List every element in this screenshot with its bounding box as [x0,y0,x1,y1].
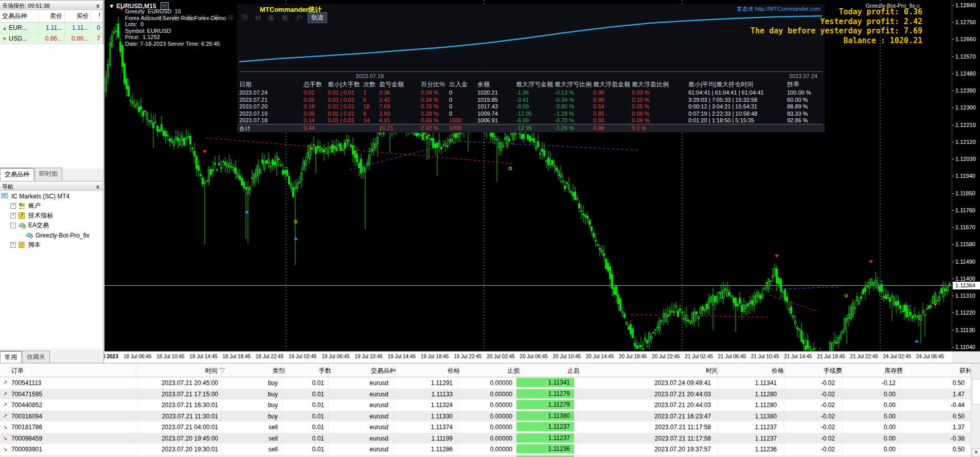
nav-item-技术指标[interactable]: +f技术指标 [0,211,103,221]
order-cell-12: 1.37 [862,424,965,431]
orders-col-header-11[interactable]: 库存费 [884,367,903,375]
navigator-titlebar[interactable]: 导航 x [0,181,103,192]
mw-tab-0[interactable]: 交易品种 [0,168,34,181]
price-tick-label: 1.11310 [955,293,975,299]
market-watch-title: 市场报价: 09:51:38 [2,2,50,10]
order-row[interactable]: ↘1.112377001817862023.07.21 04:00:01sell… [0,422,971,433]
orders-col-header-8[interactable]: 时间 [706,367,718,375]
time-tick-label: 18 Jul 10:45 [156,354,185,359]
mw-col-0[interactable]: 交易品种 [0,10,39,22]
orders-col-header-7[interactable]: 止盈 [567,367,580,375]
take-profit-cell [516,455,574,457]
order-row[interactable]: ↗1.113417005411132023.07.21 20:45:00buy0… [0,377,971,389]
orders-col-header-5[interactable]: 价格 [448,367,460,375]
price-tick-label: 1.11040 [955,344,975,350]
stats-cell: 0:07:19 | 2:22:33 | 10:58:48 [688,111,757,117]
order-cell-0: 700093901 [11,446,42,453]
order-row[interactable]: ↗1.112797004408522023.07.21 16:30:01buy0… [0,399,971,411]
stats-total-cell: 0.1 % [632,125,646,131]
bottom-tab-0[interactable]: 常用 [0,351,22,364]
order-row[interactable]: ↘1.112377000984592023.07.20 19:45:00sell… [0,433,971,444]
sell-arrow-icon: ↘ [3,446,7,452]
expand-icon[interactable]: + [10,242,16,248]
stats-cell: 0.36 [379,89,390,96]
price-tick-label: 1.11850 [955,190,975,196]
stats-cell: 0 [449,103,452,109]
stats-cell: 0.99 [593,97,604,103]
mw-symbol-row[interactable]: ▲ EUR...1.11...1.11...0 [0,23,103,33]
mw-col-1[interactable]: 卖价 [39,10,65,22]
time-tick-label: 21 Jul 02:45 [685,354,713,359]
time-tick-label: 21 Jul 10:45 [751,354,779,359]
orders-scrollbar[interactable]: ▼ [971,363,980,457]
stats-cell: 1009.74 [477,111,498,117]
nav-item-账户[interactable]: +账户 [0,201,103,211]
orders-header-row[interactable]: 订单时间 ▽类型手数交易品种价格止损止盈时间价格手续费库存费获利 [0,363,971,377]
stats-cell: -3.41 [516,97,529,103]
mw-col-3[interactable]: ! [91,10,103,22]
stats-col-header: 最小|平均|最大持仓时间 [688,80,753,89]
take-profit-cell: 1.11237 [516,433,574,443]
stats-cell: -0.34 % [555,97,574,103]
nav-item-EA交易[interactable]: -EA交易 [0,221,103,230]
buy-arrow-icon: ↗ [3,391,7,397]
order-cell-6: 0.00000 [409,401,512,409]
stats-col-header: 次数 [363,80,376,89]
stats-cell: 0.05 % [632,103,649,109]
nav-item-label: 技术指标 [28,211,53,220]
time-tick-label: 21 Jul 06:45 [718,354,746,359]
mw-tab-1[interactable]: 即时图 [34,168,62,180]
track-button[interactable]: 轨迹 [308,12,327,23]
nav-item-Greezly-Bot-Pro_fix[interactable]: Greezly-Bot-Pro_fix [0,230,103,240]
price-tick-label: 1.12480 [955,70,976,77]
order-cell-6: 0.00000 [409,379,512,387]
time-tick-label: 20 Jul 02:45 [487,354,515,359]
order-row[interactable]: ↗1.112797004715952023.07.21 17:15:00buy0… [0,389,971,400]
order-row[interactable]: ↗1.113807003160942023.07.21 11:30:01buy0… [0,411,971,422]
mt4-window: 市场报价: 09:51:38 x 交易品种卖价买价! ▲ EUR...1.11.… [0,0,980,457]
orders-col-header-12[interactable]: 获利 [959,367,972,375]
stats-cell: -1.36 [516,89,529,96]
orders-col-header-6[interactable]: 止损 [507,367,520,375]
orders-col-header-9[interactable]: 价格 [772,367,784,375]
close-icon[interactable]: x [95,3,101,9]
expand-icon[interactable]: + [10,203,16,209]
close-icon[interactable]: x [95,184,101,190]
order-row[interactable] [0,455,971,457]
time-tick-label: 20 Jul 22:45 [652,354,680,359]
orders-col-header-0[interactable]: 订单 [11,367,24,375]
market-watch-titlebar[interactable]: 市场报价: 09:51:38 x [0,0,103,11]
stats-col-header: 最大浮亏金额 [516,80,553,89]
stats-cell: 0.10 % [632,97,649,103]
nav-item-脚本[interactable]: +脚本 [0,240,103,250]
price-tick-label: 1.11760 [955,207,975,213]
stats-total-cell: 合计 [239,125,251,133]
expand-icon[interactable]: + [10,213,16,218]
chart-area[interactable]: ▼ EURUSD,M15– Greezly-Bot-Pro_fix☺ Greez… [104,0,952,351]
orders-col-header-1[interactable]: 时间 ▽ [205,367,225,375]
price-axis[interactable]: 1.128401.127501.126601.125701.124801.123… [952,0,980,351]
collapse-icon[interactable]: - [10,223,16,228]
orders-col-header-4[interactable]: 交易品种 [371,367,396,375]
chevron-down-icon[interactable]: ▼ [109,3,115,10]
orders-col-header-3[interactable]: 手数 [319,367,331,375]
time-tick-label: 18 Jul 14:45 [189,354,218,359]
scrollbar-thumb[interactable] [972,379,980,405]
mw-symbol-row[interactable]: ▼ USD...0.86...0.86...7 [0,33,103,44]
ea-icon [18,222,26,229]
stats-cell: 1020.21 [477,89,498,96]
nav-item-IC Markets (SC) MT4[interactable]: IC Markets (SC) MT4 [0,191,103,201]
navigator-title: 导航 [2,183,13,191]
stats-cell: 0.01 | 0.01 [328,89,354,96]
take-profit-cell: 1.11341 [516,378,574,387]
navigator-tree: IC Markets (SC) MT4+账户+f技术指标-EA交易Greezly… [0,191,103,349]
time-axis[interactable]: 18 Jul 202318 Jul 06:4518 Jul 10:4518 Ju… [104,351,952,363]
order-row[interactable]: ↘1.112367000939012023.07.20 19:30:01sell… [0,444,971,455]
scroll-down-icon[interactable]: ▼ [972,448,980,457]
orders-col-header-10[interactable]: 手续费 [824,367,842,375]
mw-col-2[interactable]: 买价 [65,10,91,22]
time-tick-label: 19 Jul 02:45 [289,354,317,359]
bottom-tab-1[interactable]: 收藏夹 [22,351,50,363]
orders-col-header-2[interactable]: 类型 [273,367,285,375]
stats-cell: 1017.43 [477,103,498,109]
